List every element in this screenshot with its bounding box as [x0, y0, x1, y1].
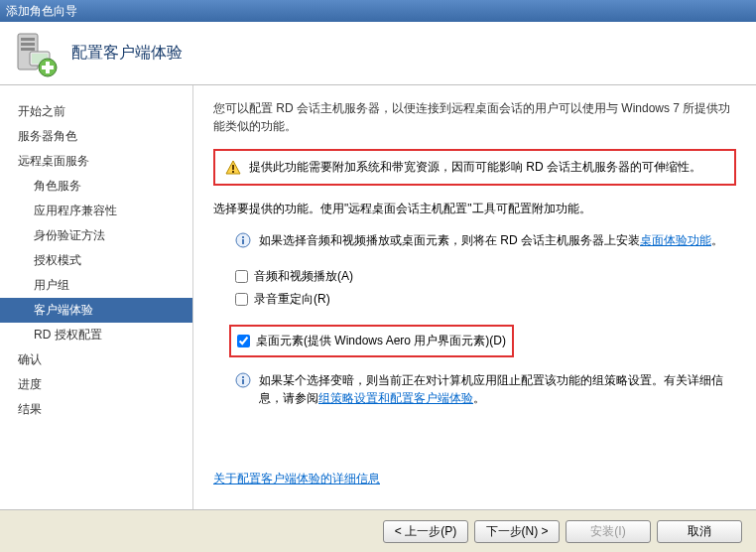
highlighted-check-box: 桌面元素(提供 Windows Aero 用户界面元素)(D)	[229, 325, 514, 357]
sidebar-item-client-experience[interactable]: 客户端体验	[0, 298, 192, 323]
sidebar-item-app-compat[interactable]: 应用程序兼容性	[0, 199, 192, 223]
check-audio-video-label: 音频和视频播放(A)	[254, 268, 353, 285]
svg-rect-2	[21, 43, 35, 46]
svg-rect-8	[42, 66, 54, 69]
check-recording-redirect-label: 录音重定向(R)	[254, 291, 330, 308]
sidebar-item-license-mode[interactable]: 授权模式	[0, 248, 192, 273]
sidebar-item-begin[interactable]: 开始之前	[0, 99, 192, 124]
sidebar-item-progress[interactable]: 进度	[0, 372, 192, 397]
select-text: 选择要提供的功能。使用"远程桌面会话主机配置"工具可配置附加功能。	[213, 200, 736, 217]
prev-button[interactable]: < 上一步(P)	[383, 520, 468, 543]
svg-rect-13	[242, 239, 244, 244]
server-role-icon	[12, 30, 60, 77]
info2-suffix: 。	[473, 391, 485, 405]
intro-text: 您可以配置 RD 会话主机服务器，以便连接到远程桌面会话的用户可以使用与 Win…	[213, 99, 736, 135]
next-button[interactable]: 下一步(N) >	[474, 520, 560, 543]
wizard-header: 配置客户端体验	[0, 22, 756, 85]
group-policy-link[interactable]: 组策略设置和配置客户端体验	[318, 391, 473, 405]
sidebar-item-rds[interactable]: 远程桌面服务	[0, 149, 192, 174]
svg-rect-17	[242, 376, 244, 378]
svg-rect-3	[21, 48, 35, 51]
sidebar-item-server-roles[interactable]: 服务器角色	[0, 124, 192, 149]
install-button: 安装(I)	[566, 520, 651, 543]
desktop-experience-link[interactable]: 桌面体验功能	[640, 233, 711, 247]
check-recording-redirect-input[interactable]	[235, 293, 248, 306]
more-info-row: 关于配置客户端体验的详细信息	[213, 471, 380, 487]
warning-text: 提供此功能需要附加系统和带宽资源，因而可能影响 RD 会话主机服务器的可伸缩性。	[249, 159, 701, 176]
svg-rect-11	[232, 171, 234, 173]
sidebar-item-confirm[interactable]: 确认	[0, 347, 192, 372]
checkbox-group: 音频和视频播放(A) 录音重定向(R)	[213, 265, 736, 311]
wizard-sidebar: 开始之前 服务器角色 远程桌面服务 角色服务 应用程序兼容性 身份验证方法 授权…	[0, 85, 193, 509]
check-recording-redirect[interactable]: 录音重定向(R)	[235, 288, 736, 311]
svg-rect-1	[21, 38, 35, 41]
info-icon	[235, 232, 251, 248]
sidebar-item-role-services[interactable]: 角色服务	[0, 174, 192, 199]
info1-prefix: 如果选择音频和视频播放或桌面元素，则将在 RD 会话主机服务器上安装	[259, 233, 640, 247]
button-bar: < 上一步(P) 下一步(N) > 安装(I) 取消	[0, 509, 756, 552]
svg-rect-16	[242, 379, 244, 384]
warning-icon	[225, 160, 241, 176]
svg-rect-14	[242, 236, 244, 238]
info1-suffix: 。	[711, 233, 723, 247]
wizard-content: 您可以配置 RD 会话主机服务器，以便连接到远程桌面会话的用户可以使用与 Win…	[193, 85, 756, 509]
page-title: 配置客户端体验	[71, 43, 183, 64]
info-row-1: 如果选择音频和视频播放或桌面元素，则将在 RD 会话主机服务器上安装桌面体验功能…	[213, 231, 736, 249]
check-desktop-composition-label: 桌面元素(提供 Windows Aero 用户界面元素)(D)	[256, 333, 506, 349]
warning-box: 提供此功能需要附加系统和带宽资源，因而可能影响 RD 会话主机服务器的可伸缩性。	[213, 149, 736, 186]
titlebar: 添加角色向导	[0, 0, 756, 22]
info-icon	[235, 372, 251, 388]
info-row-2: 如果某个选择变暗，则当前正在对计算机应用阻止配置该功能的组策略设置。有关详细信息…	[213, 371, 736, 407]
sidebar-item-results[interactable]: 结果	[0, 397, 192, 422]
check-desktop-composition[interactable]: 桌面元素(提供 Windows Aero 用户界面元素)(D)	[237, 331, 506, 351]
window-title: 添加角色向导	[6, 3, 77, 20]
cancel-button[interactable]: 取消	[657, 520, 742, 543]
svg-rect-10	[232, 165, 234, 170]
sidebar-item-user-groups[interactable]: 用户组	[0, 273, 192, 298]
sidebar-item-rd-license-config[interactable]: RD 授权配置	[0, 323, 192, 347]
more-info-link[interactable]: 关于配置客户端体验的详细信息	[213, 472, 380, 485]
check-audio-video-input[interactable]	[235, 270, 248, 283]
check-desktop-composition-input[interactable]	[237, 335, 250, 347]
sidebar-item-auth-method[interactable]: 身份验证方法	[0, 223, 192, 248]
check-audio-video[interactable]: 音频和视频播放(A)	[235, 265, 736, 288]
